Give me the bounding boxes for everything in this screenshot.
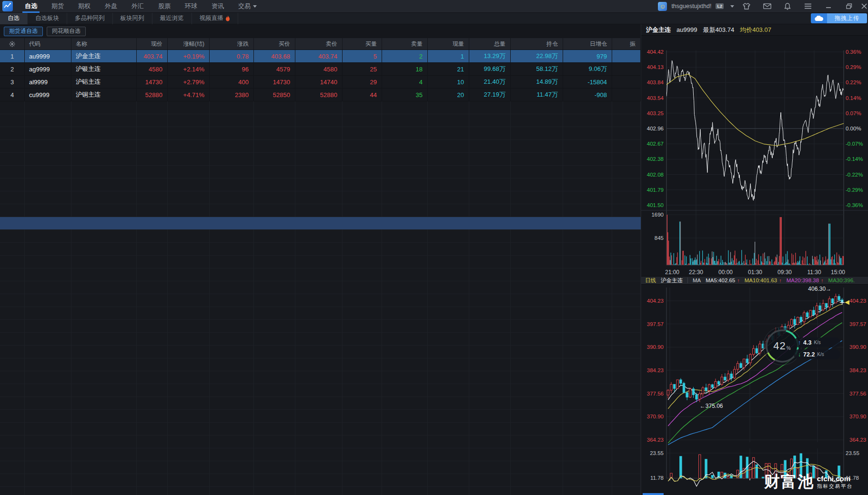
mail-icon[interactable]: [759, 0, 775, 13]
net-speed-rows[interactable]: ↑ 4.3 K/s ↓ 72.2 K/s: [794, 337, 840, 359]
cell-cur: 1: [428, 50, 469, 62]
cell-total: 27.19万: [469, 89, 511, 101]
menu-item-9[interactable]: 交易: [231, 0, 264, 13]
watchlist-row-ag9999[interactable]: 2ag9999沪银主连4580+2.14%964579458025182199.…: [0, 63, 641, 76]
watchlist-row-al9999[interactable]: 3al9999沪铝主连14730+2.79%400147301474029410…: [0, 76, 641, 89]
column-header-3[interactable]: 现价: [137, 38, 168, 50]
drag-upload-button[interactable]: 拖拽上传: [827, 13, 867, 23]
cell-cur: 10: [428, 76, 469, 88]
column-header-1[interactable]: 代码: [25, 38, 71, 50]
column-header-8[interactable]: 买量: [343, 38, 382, 50]
svg-text:-0.14%: -0.14%: [846, 156, 863, 162]
tab-6[interactable]: 视频直播: [192, 13, 238, 24]
cell-oi: 14.89万: [511, 76, 563, 88]
column-header-4[interactable]: 涨幅(结): [168, 38, 210, 50]
cell-ask: 14740: [295, 76, 343, 88]
menu-item-8[interactable]: 资讯: [204, 0, 231, 13]
kline-period[interactable]: 日线: [645, 277, 656, 284]
cell-price: 14730: [137, 76, 168, 88]
svg-text:377.56: 377.56: [849, 391, 866, 396]
ma-label[interactable]: MA: [693, 277, 701, 283]
bell-icon[interactable]: [779, 0, 796, 13]
cell-askvol: 35: [382, 89, 428, 101]
watermark: 财富池 cfchi.com 指标交易平台: [764, 474, 853, 490]
column-header-14[interactable]: 振: [612, 38, 641, 50]
watermark-site: cfchi.com: [817, 475, 853, 483]
menu-item-3[interactable]: 期权: [71, 0, 98, 13]
menu-item-4[interactable]: 外盘: [98, 0, 124, 13]
cell-bid: 52850: [254, 89, 295, 101]
column-header-10[interactable]: 现量: [428, 38, 469, 50]
cell-name: 沪金主连: [71, 50, 137, 62]
column-header-11[interactable]: 总量: [469, 38, 511, 50]
username[interactable]: thsguestujxthd!: [671, 3, 711, 10]
menu-item-1[interactable]: 自选: [18, 0, 44, 13]
user-level-badge: L2: [716, 3, 724, 9]
scrollbar-thumb[interactable]: [643, 493, 664, 495]
column-header-9[interactable]: 卖量: [382, 38, 428, 50]
list-menu-icon[interactable]: [800, 0, 816, 13]
minimize-icon[interactable]: [820, 0, 837, 13]
svg-text:390.90: 390.90: [849, 344, 866, 350]
grid-line: [510, 101, 511, 495]
svg-text:401.79: 401.79: [647, 187, 664, 193]
cell-pct: +0.19%: [168, 50, 210, 62]
column-header-2[interactable]: 名称: [71, 38, 137, 50]
close-icon[interactable]: [861, 0, 868, 13]
user-caret-icon[interactable]: [730, 5, 734, 8]
tab-1[interactable]: 自选: [0, 13, 28, 24]
column-header-12[interactable]: 持仓: [511, 38, 563, 50]
column-header-6[interactable]: 买价: [254, 38, 295, 50]
cell-chg: 400: [210, 76, 254, 88]
column-header-7[interactable]: 卖价: [295, 38, 343, 50]
menu-item-6[interactable]: 股票: [151, 0, 178, 13]
subtab-2[interactable]: 同花顺自选: [47, 27, 86, 36]
table-header-row: 代码名称现价涨幅(结)涨跌买价卖价买量卖量现量总量持仓日增仓振: [0, 38, 641, 50]
svg-text:01:30: 01:30: [748, 269, 762, 276]
svg-text:403.25: 403.25: [647, 110, 664, 116]
tab-2[interactable]: 自选板块: [28, 13, 67, 24]
subtab-1[interactable]: 期货通自选: [4, 27, 43, 36]
cell-ask: 52880: [295, 89, 343, 101]
kline-ma-bar: 日线 沪金主连 MA MA5:402.65 ↑ MA10:401.63 ↑ MA…: [641, 276, 868, 285]
column-header-5[interactable]: 涨跌: [210, 38, 254, 50]
grid-line: [136, 101, 137, 495]
menu-item-5[interactable]: 外汇: [124, 0, 151, 13]
cell-bid: 403.68: [254, 50, 295, 62]
cell-total: 13.29万: [469, 50, 511, 62]
restore-icon[interactable]: [841, 0, 857, 13]
app-logo-icon[interactable]: [2, 1, 13, 11]
watchlist-row-cu9999[interactable]: 4cu9999沪铜主连52880+4.71%238052850528804435…: [0, 89, 641, 101]
empty-grid: [0, 101, 641, 495]
quote-name[interactable]: 沪金主连: [646, 26, 671, 34]
svg-text:377.56: 377.56: [647, 391, 664, 396]
svg-text:403.54: 403.54: [647, 95, 664, 101]
grid-line: [209, 101, 210, 495]
theme-shirt-icon[interactable]: [738, 0, 755, 13]
grid-line: [24, 101, 25, 495]
menu-item-7[interactable]: 环球: [178, 0, 204, 13]
cloud-drive-icon[interactable]: [811, 13, 827, 23]
quote-avg-price: 均价403.07: [740, 26, 771, 34]
ma10-value: MA10:401.63: [745, 277, 777, 283]
watchlist-tab-bar: 自选自选板块多品种同列板块同列最近浏览视频直播 拖拽上传: [0, 13, 868, 24]
column-header-13[interactable]: 日增仓: [563, 38, 612, 50]
watermark-brand: 财富池: [764, 474, 814, 489]
tab-4[interactable]: 板块同列: [113, 13, 152, 24]
tab-3[interactable]: 多品种同列: [67, 13, 113, 24]
cell-oi: 11.47万: [511, 89, 563, 101]
cell-bidvol: 29: [343, 76, 382, 88]
user-avatar[interactable]: ☺: [658, 2, 667, 11]
cell-chg: 96: [210, 63, 254, 75]
cell-num: 3: [0, 76, 25, 88]
column-settings-gear-icon[interactable]: [0, 38, 25, 50]
grid-line: [71, 101, 71, 495]
menu-item-2[interactable]: 期货: [44, 0, 71, 13]
quote-header: 沪金主连 au9999 最新403.74 均价403.07: [641, 24, 868, 36]
tab-5[interactable]: 最近浏览: [152, 13, 192, 24]
selected-empty-row[interactable]: [0, 217, 641, 229]
svg-text:401.50: 401.50: [647, 202, 664, 208]
quote-code: au9999: [676, 26, 697, 33]
watchlist-row-au9999[interactable]: 1au9999沪金主连403.74+0.19%0.78403.68403.745…: [0, 50, 641, 63]
svg-text:402.08: 402.08: [647, 172, 664, 178]
